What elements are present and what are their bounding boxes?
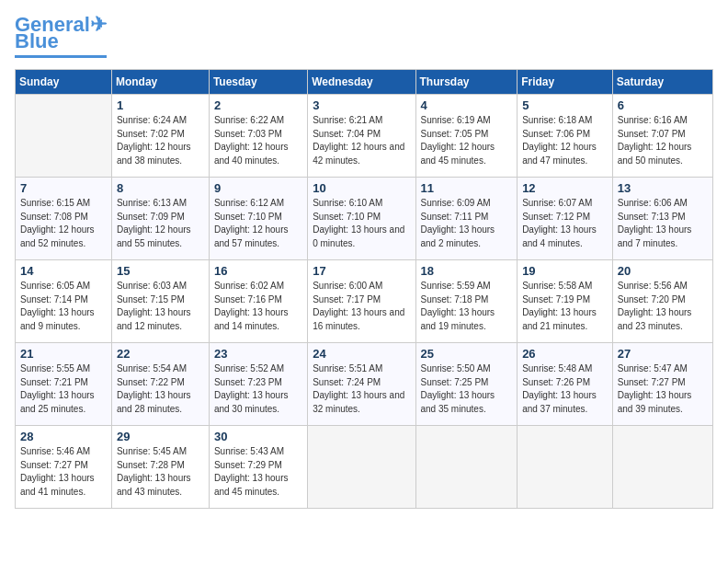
day-number: 23: [214, 347, 302, 361]
day-info: Sunrise: 6:10 AMSunset: 7:10 PMDaylight:…: [313, 197, 410, 250]
day-number: 9: [214, 181, 302, 195]
calendar-table: SundayMondayTuesdayWednesdayThursdayFrid…: [15, 69, 713, 509]
week-row-4: 21 Sunrise: 5:55 AMSunset: 7:21 PMDaylig…: [16, 343, 713, 426]
calendar-cell: 6 Sunrise: 6:16 AMSunset: 7:07 PMDayligh…: [612, 95, 712, 178]
day-info: Sunrise: 6:24 AMSunset: 7:02 PMDaylight:…: [117, 114, 204, 167]
day-info: Sunrise: 5:55 AMSunset: 7:21 PMDaylight:…: [20, 362, 107, 416]
day-number: 13: [618, 181, 708, 195]
calendar-cell: 23 Sunrise: 5:52 AMSunset: 7:23 PMDaylig…: [209, 343, 307, 426]
day-header-wednesday: Wednesday: [308, 70, 415, 95]
day-info: Sunrise: 5:45 AMSunset: 7:28 PMDaylight:…: [117, 445, 204, 499]
day-header-tuesday: Tuesday: [209, 70, 307, 95]
day-info: Sunrise: 5:46 AMSunset: 7:27 PMDaylight:…: [20, 445, 107, 499]
day-number: 14: [20, 264, 107, 278]
calendar-body: 1 Sunrise: 6:24 AMSunset: 7:02 PMDayligh…: [16, 95, 713, 509]
calendar-cell: 22 Sunrise: 5:54 AMSunset: 7:22 PMDaylig…: [111, 343, 209, 426]
day-number: 12: [522, 181, 608, 195]
day-info: Sunrise: 6:07 AMSunset: 7:12 PMDaylight:…: [522, 197, 608, 250]
day-header-saturday: Saturday: [612, 70, 712, 95]
calendar-cell: [16, 95, 112, 178]
logo: General✈ Blue: [15, 15, 107, 58]
day-info: Sunrise: 5:54 AMSunset: 7:22 PMDaylight:…: [117, 362, 204, 416]
day-number: 8: [117, 181, 204, 195]
day-number: 4: [421, 98, 513, 112]
day-number: 25: [421, 347, 513, 361]
week-row-1: 1 Sunrise: 6:24 AMSunset: 7:02 PMDayligh…: [16, 95, 713, 178]
calendar-cell: 9 Sunrise: 6:12 AMSunset: 7:10 PMDayligh…: [209, 178, 307, 260]
day-info: Sunrise: 6:12 AMSunset: 7:10 PMDaylight:…: [214, 197, 302, 250]
day-number: 24: [313, 347, 410, 361]
calendar-cell: 26 Sunrise: 5:48 AMSunset: 7:26 PMDaylig…: [518, 343, 613, 426]
day-number: 22: [117, 347, 204, 361]
day-header-sunday: Sunday: [16, 70, 112, 95]
calendar-header-row: SundayMondayTuesdayWednesdayThursdayFrid…: [16, 70, 713, 95]
week-row-3: 14 Sunrise: 6:05 AMSunset: 7:14 PMDaylig…: [16, 260, 713, 343]
day-number: 7: [20, 181, 107, 195]
day-info: Sunrise: 6:13 AMSunset: 7:09 PMDaylight:…: [117, 197, 204, 250]
day-info: Sunrise: 6:03 AMSunset: 7:15 PMDaylight:…: [117, 280, 204, 333]
calendar-cell: 3 Sunrise: 6:21 AMSunset: 7:04 PMDayligh…: [308, 95, 415, 178]
day-info: Sunrise: 6:09 AMSunset: 7:11 PMDaylight:…: [421, 197, 513, 250]
calendar-cell: [415, 426, 518, 509]
day-info: Sunrise: 5:52 AMSunset: 7:23 PMDaylight:…: [214, 362, 302, 416]
day-number: 19: [522, 264, 608, 278]
calendar-cell: 29 Sunrise: 5:45 AMSunset: 7:28 PMDaylig…: [111, 426, 209, 509]
calendar-cell: 2 Sunrise: 6:22 AMSunset: 7:03 PMDayligh…: [209, 95, 307, 178]
day-number: 3: [313, 98, 410, 112]
calendar-cell: 19 Sunrise: 5:58 AMSunset: 7:19 PMDaylig…: [518, 260, 613, 343]
calendar-cell: 1 Sunrise: 6:24 AMSunset: 7:02 PMDayligh…: [111, 95, 209, 178]
day-number: 1: [117, 98, 204, 112]
day-number: 11: [421, 181, 513, 195]
day-info: Sunrise: 5:50 AMSunset: 7:25 PMDaylight:…: [421, 362, 513, 416]
day-info: Sunrise: 6:15 AMSunset: 7:08 PMDaylight:…: [20, 197, 107, 250]
calendar-cell: 30 Sunrise: 5:43 AMSunset: 7:29 PMDaylig…: [209, 426, 307, 509]
calendar-cell: [518, 426, 613, 509]
calendar-cell: 28 Sunrise: 5:46 AMSunset: 7:27 PMDaylig…: [16, 426, 112, 509]
day-info: Sunrise: 5:51 AMSunset: 7:24 PMDaylight:…: [313, 362, 410, 416]
logo-blue-text: Blue: [15, 29, 59, 53]
calendar-cell: 8 Sunrise: 6:13 AMSunset: 7:09 PMDayligh…: [111, 178, 209, 260]
calendar-cell: 13 Sunrise: 6:06 AMSunset: 7:13 PMDaylig…: [612, 178, 712, 260]
calendar-cell: [308, 426, 415, 509]
calendar-cell: 4 Sunrise: 6:19 AMSunset: 7:05 PMDayligh…: [415, 95, 518, 178]
day-number: 26: [522, 347, 608, 361]
calendar-cell: 12 Sunrise: 6:07 AMSunset: 7:12 PMDaylig…: [518, 178, 613, 260]
day-number: 5: [522, 98, 608, 112]
calendar-cell: 17 Sunrise: 6:00 AMSunset: 7:17 PMDaylig…: [308, 260, 415, 343]
day-info: Sunrise: 5:59 AMSunset: 7:18 PMDaylight:…: [421, 280, 513, 333]
day-number: 6: [618, 98, 708, 112]
day-info: Sunrise: 5:58 AMSunset: 7:19 PMDaylight:…: [522, 280, 608, 333]
day-number: 10: [313, 181, 410, 195]
calendar-cell: 10 Sunrise: 6:10 AMSunset: 7:10 PMDaylig…: [308, 178, 415, 260]
day-header-friday: Friday: [518, 70, 613, 95]
day-number: 27: [618, 347, 708, 361]
day-number: 2: [214, 98, 302, 112]
calendar-cell: 7 Sunrise: 6:15 AMSunset: 7:08 PMDayligh…: [16, 178, 112, 260]
calendar-cell: 20 Sunrise: 5:56 AMSunset: 7:20 PMDaylig…: [612, 260, 712, 343]
calendar-cell: [612, 426, 712, 509]
logo-blue: ✈: [90, 13, 107, 36]
day-number: 16: [214, 264, 302, 278]
day-info: Sunrise: 6:00 AMSunset: 7:17 PMDaylight:…: [313, 280, 410, 333]
day-info: Sunrise: 6:21 AMSunset: 7:04 PMDaylight:…: [313, 114, 410, 167]
page-header: General✈ Blue: [15, 15, 713, 58]
day-info: Sunrise: 5:43 AMSunset: 7:29 PMDaylight:…: [214, 445, 302, 499]
day-number: 20: [618, 264, 708, 278]
week-row-5: 28 Sunrise: 5:46 AMSunset: 7:27 PMDaylig…: [16, 426, 713, 509]
day-info: Sunrise: 6:22 AMSunset: 7:03 PMDaylight:…: [214, 114, 302, 167]
calendar-cell: 15 Sunrise: 6:03 AMSunset: 7:15 PMDaylig…: [111, 260, 209, 343]
day-info: Sunrise: 5:56 AMSunset: 7:20 PMDaylight:…: [618, 280, 708, 333]
calendar-cell: 5 Sunrise: 6:18 AMSunset: 7:06 PMDayligh…: [518, 95, 613, 178]
day-number: 30: [214, 430, 302, 443]
calendar-cell: 11 Sunrise: 6:09 AMSunset: 7:11 PMDaylig…: [415, 178, 518, 260]
logo-underline: [15, 55, 107, 58]
calendar-cell: 16 Sunrise: 6:02 AMSunset: 7:16 PMDaylig…: [209, 260, 307, 343]
day-info: Sunrise: 5:47 AMSunset: 7:27 PMDaylight:…: [618, 362, 708, 416]
day-info: Sunrise: 6:02 AMSunset: 7:16 PMDaylight:…: [214, 280, 302, 333]
day-number: 28: [20, 430, 107, 443]
day-info: Sunrise: 6:18 AMSunset: 7:06 PMDaylight:…: [522, 114, 608, 167]
week-row-2: 7 Sunrise: 6:15 AMSunset: 7:08 PMDayligh…: [16, 178, 713, 260]
calendar-cell: 25 Sunrise: 5:50 AMSunset: 7:25 PMDaylig…: [415, 343, 518, 426]
day-info: Sunrise: 6:06 AMSunset: 7:13 PMDaylight:…: [618, 197, 708, 250]
day-info: Sunrise: 6:19 AMSunset: 7:05 PMDaylight:…: [421, 114, 513, 167]
